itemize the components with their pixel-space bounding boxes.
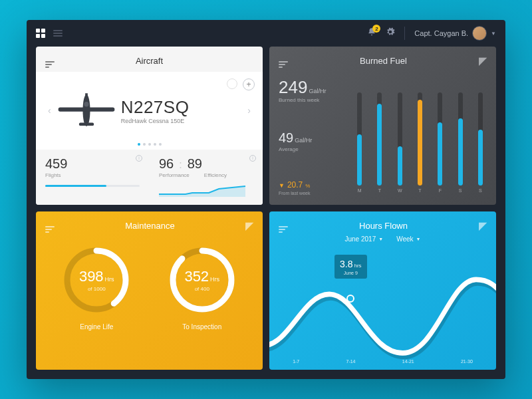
notification-badge: 2 (372, 25, 380, 33)
svg-rect-3 (85, 94, 88, 98)
aircraft-registration: N227SQ (121, 97, 244, 118)
svg-rect-2 (79, 123, 94, 126)
chart-marker (346, 295, 354, 303)
card-title: Maintenance (125, 221, 174, 231)
airplane-icon (55, 87, 118, 134)
avatar (472, 26, 487, 41)
chart-tooltip: 3.8hrs June 9 (334, 255, 367, 279)
aircraft-carousel: + ‹ N227SQ RedHawk Cessna 150E › (36, 72, 263, 150)
period-picker[interactable]: June 2017▼ (345, 235, 384, 243)
engine-life-gauge: 398Hrsof 1000 Engine Life (60, 243, 133, 370)
card-maintenance: Maintenance ◤ 398Hrsof 1000 Engine Life … (36, 211, 263, 370)
filter-icon[interactable] (45, 218, 55, 233)
list-view-icon[interactable] (53, 30, 63, 37)
fuel-bar: W (394, 92, 406, 193)
fuel-bar: S (474, 92, 487, 193)
axis-label: 14-21 (402, 359, 414, 364)
filter-icon[interactable] (279, 218, 288, 233)
fuel-bar: M (353, 92, 366, 193)
card-grid: Aircraft + ‹ N227SQ RedHawk Cessna 150E … (27, 47, 505, 379)
aircraft-model: RedHawk Cessna 150E (121, 118, 244, 124)
prev-arrow-icon[interactable]: ‹ (44, 101, 55, 120)
filter-icon[interactable] (279, 53, 288, 68)
perf-eff-stat: i 96 : 89 Performance Efficiency (150, 150, 263, 205)
topbar: 2 Capt. Caygan B. ▼ (27, 20, 505, 47)
efficiency-sparkline (159, 185, 245, 197)
chevron-down-icon: ▼ (378, 237, 383, 241)
fuel-burned-stat: 249Gal/Hr Burned this week (279, 78, 345, 103)
gear-icon[interactable] (386, 27, 395, 39)
info-icon[interactable]: i (136, 155, 142, 162)
flights-stat: i 459 Flights (36, 150, 149, 205)
card-title: Hours Flown (359, 221, 408, 231)
expand-icon[interactable]: ◤ (245, 219, 253, 232)
fuel-avg-stat: 49Gal/Hr Average (279, 131, 345, 152)
marker-icon (227, 78, 237, 89)
card-fuel: Burned Fuel ◤ 249Gal/Hr Burned this week… (269, 47, 496, 205)
fuel-bar: S (454, 92, 466, 193)
bell-icon[interactable]: 2 (367, 27, 376, 39)
grid-view-icon[interactable] (36, 29, 45, 38)
fuel-bar-chart: MTWTFSS (353, 74, 487, 202)
card-aircraft: Aircraft + ‹ N227SQ RedHawk Cessna 150E … (36, 47, 263, 205)
chevron-down-icon: ▼ (416, 237, 421, 241)
card-hours: Hours Flown ◤ June 2017▼ Week▼ 3.8hrs Ju… (269, 211, 496, 370)
add-aircraft-button[interactable]: + (243, 78, 255, 90)
fuel-delta-stat: ▼20.7% From last week (279, 180, 345, 196)
expand-icon[interactable]: ◤ (479, 55, 487, 67)
svg-point-4 (84, 102, 88, 106)
axis-label: 7-14 (346, 359, 356, 364)
chevron-down-icon: ▼ (491, 31, 496, 37)
down-arrow-icon: ▼ (279, 182, 285, 189)
axis-label: 21-30 (461, 359, 473, 364)
next-arrow-icon[interactable]: › (243, 101, 255, 120)
fuel-bar: T (414, 92, 426, 193)
hours-line-chart: 3.8hrs June 9 1-77-1414-2121-30 (269, 243, 496, 368)
card-title: Aircraft (136, 56, 163, 66)
fuel-bar: F (434, 92, 446, 193)
divider (404, 27, 405, 40)
inspection-gauge: 352Hrsof 400 To Inspection (166, 243, 239, 370)
user-menu[interactable]: Capt. Caygan B. ▼ (414, 26, 496, 41)
axis-label: 1-7 (293, 359, 299, 364)
card-title: Burned Fuel (360, 56, 407, 66)
dashboard: 2 Capt. Caygan B. ▼ Aircraft + (27, 20, 505, 379)
svg-rect-1 (59, 108, 115, 112)
x-axis: 1-77-1414-2121-30 (269, 359, 496, 364)
filter-icon[interactable] (45, 53, 55, 68)
expand-icon[interactable]: ◤ (479, 219, 487, 232)
range-picker[interactable]: Week▼ (396, 235, 420, 243)
info-icon[interactable]: i (249, 155, 256, 162)
fuel-bar: T (373, 92, 386, 193)
carousel-dots[interactable] (138, 143, 162, 146)
user-name: Capt. Caygan B. (414, 29, 468, 37)
